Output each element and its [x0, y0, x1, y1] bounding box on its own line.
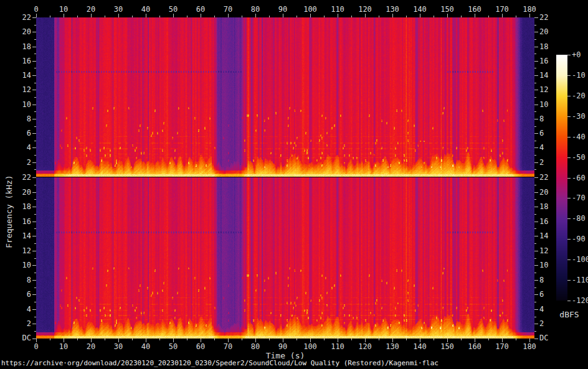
freq-tick-left — [32, 236, 36, 236]
freq-tick-right — [534, 105, 538, 105]
freq-tick-label-right: 4 — [539, 144, 544, 152]
freq-tick-label-left: 12 — [11, 86, 31, 94]
freq-tick-left — [32, 119, 36, 119]
time-tick-top — [392, 14, 393, 17]
freq-tick-left — [32, 251, 36, 251]
freq-minor-tick-left — [34, 287, 36, 288]
freq-tick-left — [32, 280, 36, 281]
freq-tick-left — [32, 147, 36, 148]
time-minor-tick-top — [488, 16, 489, 17]
time-tick-top — [36, 14, 37, 17]
colorbar-tick-label: -40 — [572, 133, 586, 141]
freq-minor-tick-left — [34, 302, 36, 302]
freq-tick-label-right: 16 — [539, 217, 548, 225]
freq-tick-label-left: 4 — [11, 144, 31, 152]
time-minor-tick-top — [269, 16, 270, 17]
freq-tick-left — [32, 309, 36, 310]
freq-tick-label-left: 10 — [11, 261, 31, 269]
colorbar-tick-label: -60 — [572, 174, 586, 182]
freq-tick-label-right: 8 — [539, 276, 544, 284]
time-tick-label-top: 10 — [59, 6, 68, 14]
freq-tick-label-right: 2 — [539, 158, 544, 166]
colorbar-tick — [567, 157, 571, 158]
freq-tick-left — [32, 47, 36, 47]
freq-tick-right — [534, 251, 538, 251]
time-tick-label-bottom: 60 — [196, 343, 205, 351]
freq-tick-label-right: 18 — [539, 42, 548, 50]
time-tick-top — [201, 14, 201, 17]
freq-tick-label-right: 14 — [539, 232, 548, 240]
freq-tick-right — [534, 75, 538, 76]
freq-tick-label-right: 14 — [539, 72, 548, 80]
freq-minor-tick-left — [34, 317, 36, 317]
freq-tick-right — [534, 119, 538, 119]
freq-minor-tick-left — [34, 25, 36, 26]
colorbar-tick — [567, 218, 571, 219]
freq-tick-label-left: 10 — [11, 100, 31, 108]
colorbar-tick-label: -10 — [572, 71, 586, 79]
freq-tick-left — [32, 17, 36, 18]
freq-tick-label-left: 4 — [11, 305, 31, 313]
time-minor-tick-bottom — [351, 339, 352, 340]
freq-tick-label-right: 10 — [539, 261, 548, 269]
freq-minor-tick-right — [534, 68, 536, 68]
colorbar-tick-label: -110 — [572, 276, 588, 284]
time-minor-tick-top — [406, 16, 407, 17]
time-tick-label-bottom: 130 — [386, 343, 399, 351]
freq-tick-label-right: 2 — [539, 320, 544, 328]
freq-minor-tick-left — [34, 258, 36, 259]
freq-tick-right — [534, 324, 538, 324]
time-tick-label-bottom: 80 — [251, 343, 260, 351]
freq-tick-label-left: 6 — [11, 291, 31, 299]
time-tick-label-bottom: 90 — [278, 343, 287, 351]
freq-tick-left — [32, 75, 36, 76]
time-minor-tick-bottom — [434, 339, 434, 340]
time-tick-label-bottom: 170 — [495, 343, 509, 351]
colorbar-tick — [567, 198, 571, 199]
freq-tick-label-right: 16 — [539, 57, 548, 65]
freq-minor-tick-right — [534, 185, 536, 185]
spectrogram-channel-1 — [36, 17, 534, 177]
colorbar-tick-label: -90 — [572, 235, 586, 243]
freq-minor-tick-right — [534, 54, 536, 54]
freq-minor-tick-left — [34, 111, 36, 112]
colorbar-tick — [567, 301, 571, 301]
freq-tick-right — [534, 147, 538, 148]
freq-minor-tick-right — [534, 258, 536, 259]
time-tick-label-bottom: 10 — [59, 343, 68, 351]
freq-tick-label-left: 16 — [11, 57, 31, 65]
time-tick-label-bottom: 160 — [468, 343, 481, 351]
time-minor-tick-top — [105, 16, 105, 17]
freq-minor-tick-left — [34, 97, 36, 98]
freq-tick-left — [32, 324, 36, 324]
time-tick-top — [64, 14, 64, 17]
freq-minor-tick-left — [34, 273, 36, 273]
freq-tick-left-dc — [32, 339, 36, 339]
colorbar-tick-label: -30 — [572, 112, 586, 120]
time-minor-tick-bottom — [406, 339, 407, 340]
time-minor-tick-bottom — [461, 339, 462, 340]
freq-tick-left — [32, 177, 36, 178]
time-minor-tick-bottom — [159, 339, 160, 340]
time-minor-tick-bottom — [50, 339, 50, 340]
freq-minor-tick-right — [534, 169, 536, 170]
freq-minor-tick-left — [34, 199, 36, 200]
freq-minor-tick-left — [34, 126, 36, 127]
time-minor-tick-top — [516, 16, 516, 17]
time-tick-top — [310, 14, 311, 17]
freq-tick-label-right: 6 — [539, 129, 544, 138]
time-minor-tick-bottom — [269, 339, 270, 340]
freq-tick-right — [534, 294, 538, 295]
freq-tick-label-left: 6 — [11, 129, 31, 138]
freq-minor-tick-right — [534, 83, 536, 83]
time-tick-label-top: 170 — [495, 6, 509, 14]
colorbar-tick-label: +0 — [572, 51, 581, 59]
freq-tick-left — [32, 133, 36, 134]
time-minor-tick-top — [214, 16, 215, 17]
time-tick-label-top: 30 — [114, 6, 123, 14]
colorbar-tick — [567, 55, 571, 55]
freq-minor-tick-right — [534, 228, 536, 229]
time-tick-label-top: 130 — [386, 6, 399, 14]
colorbar-tick-label: -50 — [572, 153, 586, 161]
time-tick-label-bottom: 180 — [523, 343, 536, 351]
